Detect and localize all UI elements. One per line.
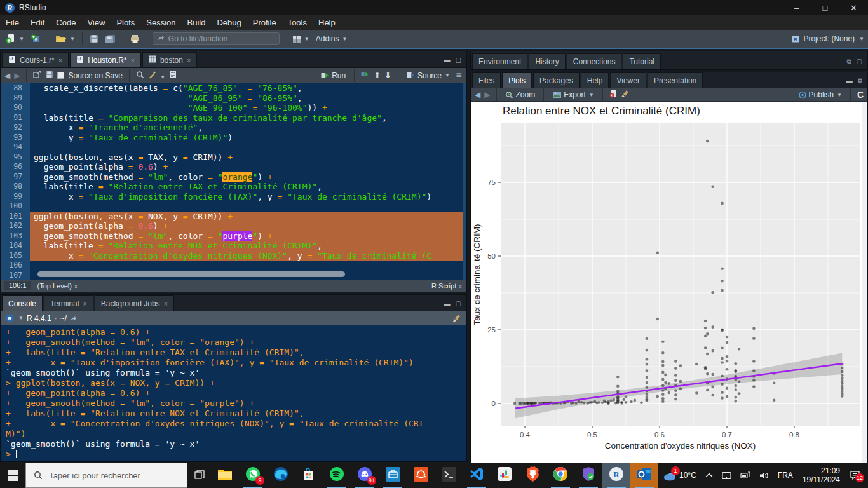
- task-view-button[interactable]: [187, 463, 211, 488]
- tray-expand-button[interactable]: [701, 463, 717, 488]
- menu-view[interactable]: View: [81, 15, 111, 30]
- code-line[interactable]: 89 "AGE_86_95" = "86-95%",: [1, 93, 466, 104]
- previous-plot-icon[interactable]: ◀: [475, 90, 480, 99]
- code-line[interactable]: 92 x = "Tranche d'ancienneté",: [1, 123, 466, 133]
- menu-tools[interactable]: Tools: [282, 15, 313, 30]
- code-editor[interactable]: 88 scale_x_discrete(labels = c("AGE_76_8…: [1, 83, 466, 280]
- weather-widget[interactable]: 1 10°C: [658, 463, 701, 488]
- code-line[interactable]: 88 scale_x_discrete(labels = c("AGE_76_8…: [1, 83, 466, 93]
- taskbar-app-file-explorer[interactable]: [211, 463, 239, 488]
- remove-plot-icon[interactable]: [609, 90, 617, 100]
- tab-viewer[interactable]: Viewer: [610, 72, 646, 88]
- taskbar-app-brave[interactable]: [519, 463, 546, 488]
- taskbar-app-toolbox-app[interactable]: [379, 463, 407, 488]
- maximize-button[interactable]: □: [811, 0, 839, 15]
- menu-edit[interactable]: Edit: [25, 15, 50, 30]
- project-menu-button[interactable]: R Project: (None) ▼: [791, 34, 864, 43]
- show-in-new-window-icon[interactable]: [33, 71, 41, 80]
- code-line[interactable]: 102 geom_point(alpha = 0.6) +: [1, 221, 466, 231]
- console-output[interactable]: + geom_point(alpha = 0.6) ++ geom_smooth…: [1, 325, 466, 461]
- new-file-button[interactable]: ▼: [4, 32, 26, 45]
- taskbar-app-microsoft-store[interactable]: [295, 463, 323, 488]
- tab-history[interactable]: History: [529, 53, 565, 69]
- taskbar-app-rstudio[interactable]: R: [602, 463, 630, 488]
- publish-button[interactable]: Publish ▼: [796, 89, 844, 100]
- code-line[interactable]: 93 y = "Taux de criminalité (CRIM)"): [1, 133, 466, 143]
- volume-button[interactable]: [755, 463, 773, 488]
- editor-vertical-scrollbar[interactable]: [463, 83, 466, 280]
- keyboard-language-button[interactable]: FRA: [773, 463, 797, 488]
- code-line[interactable]: 91 labs(title = "Comparaison des taux de…: [1, 113, 466, 123]
- refresh-plot-icon[interactable]: C: [857, 90, 864, 100]
- maximize-pane-icon[interactable]: ▢: [857, 58, 862, 65]
- action-center-button[interactable]: 12: [845, 463, 868, 488]
- source-on-save-checkbox[interactable]: [57, 72, 64, 79]
- clock-widget[interactable]: 21:09 19/11/2024: [797, 466, 845, 484]
- next-plot-icon[interactable]: ▶: [484, 90, 490, 99]
- code-line[interactable]: 100: [1, 201, 466, 212]
- console-tab-console[interactable]: Console: [2, 295, 43, 311]
- network-button[interactable]: [736, 463, 755, 488]
- tab-presentation[interactable]: Presentation: [648, 72, 703, 88]
- console-tab-background-jobs[interactable]: Background Jobs×: [95, 295, 174, 311]
- restore-pane-icon[interactable]: ⧉: [858, 78, 862, 84]
- close-button[interactable]: ✕: [839, 0, 868, 15]
- code-line[interactable]: 104 labs(title = "Relation entre NOX et …: [1, 241, 466, 251]
- clear-plots-icon[interactable]: [621, 90, 630, 100]
- maximize-pane-icon[interactable]: ▢: [456, 301, 461, 307]
- restore-pane-icon[interactable]: ⧉: [846, 58, 851, 65]
- menu-help[interactable]: Help: [313, 15, 341, 30]
- source-button[interactable]: Source ▼: [405, 70, 452, 81]
- panes-layout-button[interactable]: ▼: [290, 34, 311, 44]
- menu-file[interactable]: File: [0, 15, 25, 30]
- goto-file-function-box[interactable]: Go to file/function: [153, 32, 280, 45]
- close-tab-icon[interactable]: ×: [164, 300, 168, 308]
- code-line[interactable]: 95ggplot(boston, aes(x = TAX, y = CRIM))…: [1, 152, 466, 163]
- start-button[interactable]: [0, 463, 25, 488]
- maximize-pane-icon[interactable]: ▢: [456, 57, 461, 64]
- tab-tutorial[interactable]: Tutorial: [623, 53, 661, 69]
- code-line[interactable]: 96 geom_point(alpha = 0.6) +: [1, 162, 466, 172]
- code-line[interactable]: 97 geom_smooth(method = "lm", color = "o…: [1, 172, 466, 182]
- rerun-icon[interactable]: [361, 71, 370, 80]
- taskbar-app-edge[interactable]: [267, 463, 295, 488]
- close-tab-icon[interactable]: ×: [83, 300, 86, 308]
- menu-code[interactable]: Code: [50, 15, 81, 30]
- goto-directory-icon[interactable]: [70, 315, 77, 322]
- minimize-pane-icon[interactable]: ▬: [444, 301, 451, 307]
- close-tab-icon[interactable]: ×: [58, 57, 62, 64]
- taskbar-app-discord[interactable]: 9+: [351, 463, 379, 488]
- taskbar-app-terminal[interactable]: [435, 463, 463, 488]
- zoom-plot-button[interactable]: Zoom: [503, 89, 537, 100]
- taskbar-app-security-shield-app[interactable]: [574, 463, 602, 488]
- taskbar-search-input[interactable]: Taper ici pour rechercher: [25, 463, 187, 488]
- minimize-button[interactable]: –: [782, 0, 811, 15]
- code-line[interactable]: 98 labs(title = "Relation entre TAX et C…: [1, 182, 466, 192]
- code-line[interactable]: 106: [1, 261, 466, 271]
- tab-files[interactable]: Files: [472, 72, 501, 88]
- find-icon[interactable]: [136, 71, 144, 81]
- open-file-button[interactable]: ▼: [53, 33, 77, 44]
- scope-indicator[interactable]: (Top Level) ⇕: [37, 282, 78, 290]
- tab-connections[interactable]: Connections: [567, 53, 622, 69]
- code-line[interactable]: 99 x = "Taux d'imposition foncière (TAX)…: [1, 192, 466, 202]
- code-line[interactable]: 105 x = "Concentration d'oxydes nitrique…: [1, 251, 466, 261]
- code-line[interactable]: 90 "AGE_96_100" = "96-100%")) +: [1, 103, 466, 113]
- r-version-caret[interactable]: ▼: [18, 315, 24, 321]
- minimize-pane-icon[interactable]: ▬: [444, 57, 451, 64]
- up-arrow-icon[interactable]: ⬆: [374, 71, 381, 80]
- save-all-button[interactable]: [103, 33, 118, 45]
- taskbar-app-slack[interactable]: [491, 463, 519, 488]
- taskbar-app-chrome[interactable]: [546, 463, 574, 488]
- taskbar-app-spotify[interactable]: [323, 463, 351, 488]
- export-plot-button[interactable]: Export ▼: [550, 89, 596, 100]
- run-button[interactable]: Run: [319, 70, 348, 81]
- save-icon[interactable]: [45, 71, 53, 81]
- menu-plots[interactable]: Plots: [111, 15, 140, 30]
- taskbar-app-ubuntu[interactable]: [407, 463, 435, 488]
- addins-button[interactable]: Addins ▼: [314, 33, 349, 44]
- taskbar-app-outlook[interactable]: [630, 463, 658, 488]
- source-tab-cours1r[interactable]: RCours-1.r*×: [2, 52, 69, 67]
- taskbar-app-whatsapp[interactable]: 9: [239, 463, 267, 488]
- code-line[interactable]: 103 geom_smooth(method = "lm", color = "…: [1, 231, 466, 241]
